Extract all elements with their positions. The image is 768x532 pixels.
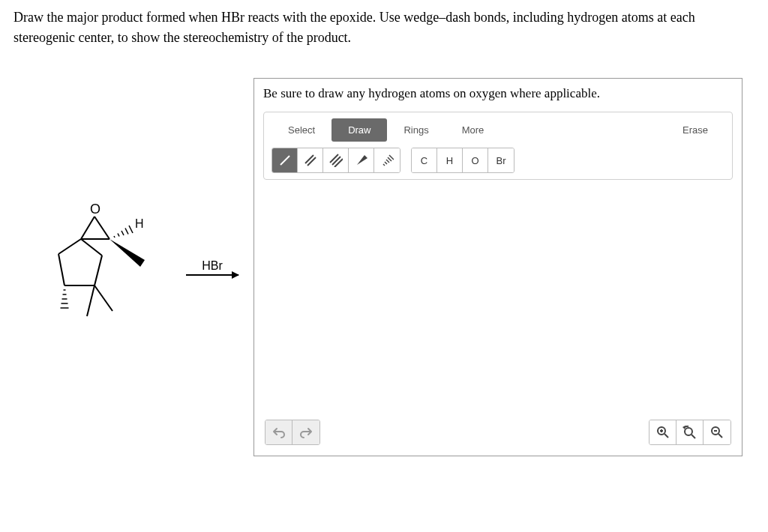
svg-line-1: [94, 217, 110, 239]
svg-line-15: [94, 285, 112, 311]
drawing-canvas[interactable]: [254, 180, 742, 412]
svg-line-14: [87, 285, 94, 316]
svg-line-26: [334, 159, 343, 167]
reaction-arrow-group: HBr: [186, 259, 238, 276]
question-text: Draw the major product formed when HBr r…: [14, 7, 754, 48]
svg-line-6: [122, 231, 124, 235]
editor-toolbar: Select Draw Rings More Erase: [263, 112, 733, 180]
svg-line-23: [308, 157, 316, 166]
atom-br-button[interactable]: Br: [488, 148, 514, 172]
svg-line-9: [58, 239, 81, 254]
dash-bond-tool[interactable]: [374, 148, 400, 172]
svg-line-31: [388, 157, 392, 161]
svg-line-38: [692, 435, 695, 438]
svg-line-30: [386, 160, 389, 163]
svg-line-24: [330, 154, 338, 163]
question-line-1: Draw the major product formed when HBr r…: [14, 10, 695, 25]
tab-more[interactable]: More: [446, 118, 501, 142]
zoom-in-button[interactable]: [650, 420, 676, 444]
svg-line-8: [129, 226, 133, 233]
svg-marker-3: [110, 239, 145, 267]
reactant-structure: O H: [28, 193, 164, 342]
svg-point-37: [685, 428, 692, 435]
svg-line-13: [81, 239, 102, 256]
bond-tool-group: [272, 148, 400, 173]
svg-line-21: [280, 156, 290, 165]
svg-line-0: [81, 217, 94, 239]
double-bond-tool[interactable]: [298, 148, 323, 172]
undo-redo-group: [265, 420, 320, 445]
wedge-bond-tool[interactable]: [349, 148, 374, 172]
oxygen-atom-label: O: [90, 202, 100, 217]
zoom-reset-button[interactable]: [676, 420, 704, 444]
question-line-2: stereogenic center, to show the stereoch…: [14, 30, 351, 45]
atom-h-button[interactable]: H: [437, 148, 463, 172]
reactant-panel: O H: [28, 193, 238, 342]
tab-select[interactable]: Select: [272, 118, 332, 142]
reagent-label: HBr: [202, 259, 223, 273]
atom-tool-group: C H O Br: [411, 148, 514, 173]
reaction-arrow: [186, 274, 238, 276]
structure-editor: Be sure to draw any hydrogen atoms on ox…: [254, 78, 742, 456]
svg-marker-27: [357, 155, 368, 165]
hydrogen-atom-label: H: [135, 217, 144, 230]
tab-draw[interactable]: Draw: [332, 118, 387, 142]
svg-line-41: [718, 434, 722, 438]
zoom-out-button[interactable]: [704, 420, 730, 444]
svg-line-12: [94, 256, 102, 285]
svg-line-28: [383, 164, 385, 166]
undo-button[interactable]: [266, 420, 292, 444]
svg-line-10: [58, 254, 64, 285]
erase-button[interactable]: Erase: [666, 118, 724, 142]
svg-line-4: [114, 236, 115, 238]
atom-c-button[interactable]: C: [412, 148, 437, 172]
zoom-group: [649, 420, 731, 445]
redo-button[interactable]: [292, 420, 320, 444]
svg-line-34: [664, 434, 668, 438]
svg-line-22: [305, 155, 314, 163]
svg-line-7: [125, 228, 128, 234]
svg-line-29: [385, 162, 387, 164]
editor-instruction: Be sure to draw any hydrogen atoms on ox…: [254, 79, 742, 112]
single-bond-tool[interactable]: [272, 148, 298, 172]
svg-line-25: [332, 157, 340, 165]
editor-footer: [254, 412, 742, 456]
svg-line-5: [118, 233, 119, 236]
tab-rings[interactable]: Rings: [387, 118, 445, 142]
atom-o-button[interactable]: O: [463, 148, 488, 172]
triple-bond-tool[interactable]: [323, 148, 349, 172]
